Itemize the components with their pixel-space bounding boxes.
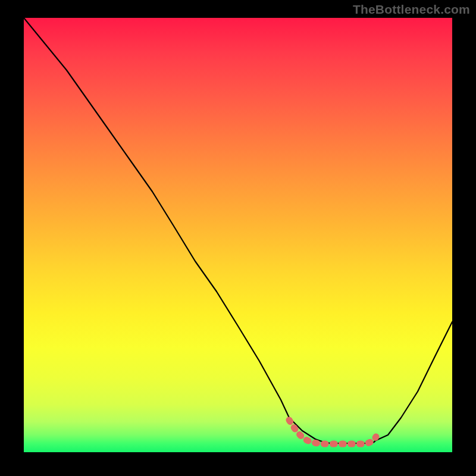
watermark-text: TheBottleneck.com xyxy=(353,2,470,17)
chart-frame: TheBottleneck.com xyxy=(0,0,476,476)
curve-path xyxy=(24,18,452,443)
flat-region-marker xyxy=(289,420,376,444)
bottleneck-curve xyxy=(24,18,452,452)
plot-area xyxy=(24,18,452,452)
